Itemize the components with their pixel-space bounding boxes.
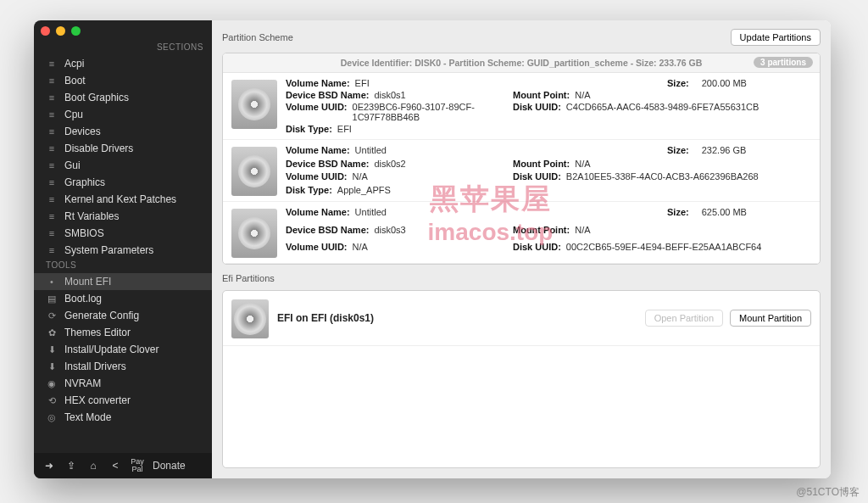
efi-partitions-label: Efi Partitions: [222, 273, 821, 283]
close-icon[interactable]: [41, 26, 50, 36]
sidebar-item-label: Graphics: [64, 176, 105, 188]
list-icon: ≡: [46, 245, 58, 255]
sidebar-item-label: Gui: [64, 159, 81, 171]
list-icon: ⬇: [46, 344, 58, 355]
list-icon: ≡: [46, 75, 58, 86]
efi-partitions-box: EFI on EFI (disk0s1) Open Partition Moun…: [222, 290, 821, 468]
sidebar-item[interactable]: ≡Boot: [34, 72, 212, 89]
tools-header: TOOLS: [34, 259, 212, 273]
sidebar-item[interactable]: ≡Graphics: [34, 174, 212, 191]
sidebar-item[interactable]: ⬇Install/Update Clover: [34, 341, 212, 358]
sidebar-item[interactable]: ✿Themes Editor: [34, 324, 212, 341]
sidebar-item-label: Themes Editor: [64, 327, 131, 338]
list-icon: •: [46, 277, 58, 287]
sidebar-item-label: Mount EFI: [64, 276, 111, 288]
sidebar-item-label: SMBIOS: [64, 227, 104, 239]
disk-meta-text: Device Identifier: DISK0 - Partition Sch…: [341, 58, 703, 68]
sidebar-item-label: Kernel and Kext Patches: [64, 193, 176, 205]
open-partition-button[interactable]: Open Partition: [645, 310, 723, 327]
sidebar-item[interactable]: ⟳Generate Config: [34, 307, 212, 324]
partition-info: Volume Name:Untitled Size: 625.00 MB Dev…: [286, 207, 811, 258]
partition-row[interactable]: Volume Name:EFI Size: 200.00 MB Device B…: [223, 73, 820, 140]
donate-button[interactable]: Donate: [153, 460, 186, 472]
list-icon: ≡: [46, 228, 58, 238]
zoom-icon[interactable]: [71, 26, 81, 36]
update-partitions-button[interactable]: Update Partitions: [731, 29, 821, 46]
sidebar-item[interactable]: ◉NVRAM: [34, 375, 212, 392]
sidebar-item[interactable]: ◎Text Mode: [34, 409, 212, 426]
sidebar-item[interactable]: ⬇Install Drivers: [34, 358, 212, 375]
list-icon: ◉: [46, 378, 58, 389]
sidebar-item-label: Disable Drivers: [64, 143, 133, 154]
export-icon[interactable]: ➜: [42, 460, 56, 472]
efi-partition-row[interactable]: EFI on EFI (disk0s1) Open Partition Moun…: [223, 291, 820, 346]
list-icon: ≡: [46, 59, 58, 69]
main-panel: Partition Scheme Update Partitions Devic…: [212, 20, 831, 478]
partition-scheme-box[interactable]: Device Identifier: DISK0 - Partition Sch…: [222, 53, 821, 265]
list-icon: ≡: [46, 92, 58, 103]
mount-partition-button[interactable]: Mount Partition: [730, 310, 811, 327]
window-controls: [34, 20, 212, 41]
sidebar-item-label: Cpu: [64, 109, 83, 120]
drive-icon: [231, 299, 269, 338]
sections-header: SECTIONS: [34, 41, 212, 55]
sidebar-item[interactable]: ≡Gui: [34, 157, 212, 174]
credits-text: @51CTO博客: [796, 485, 860, 500]
list-icon: ≡: [46, 177, 58, 187]
partition-info: Volume Name:Untitled Size: 232.96 GB Dev…: [286, 145, 811, 196]
sidebar-item[interactable]: ▤Boot.log: [34, 290, 212, 307]
sidebar-item[interactable]: ≡System Parameters: [34, 242, 212, 259]
partition-count-badge: 3 partitions: [754, 57, 813, 68]
disk-meta-bar: Device Identifier: DISK0 - Partition Sch…: [223, 53, 820, 73]
partition-scheme-label: Partition Scheme: [222, 32, 293, 42]
home-icon[interactable]: ⌂: [86, 460, 100, 472]
list-icon: ≡: [46, 211, 58, 221]
list-icon: ≡: [46, 160, 58, 170]
sidebar-item-label: Install Drivers: [64, 360, 126, 372]
sidebar-item-label: Boot Graphics: [64, 92, 129, 103]
list-icon: ⟲: [46, 395, 58, 406]
sidebar: SECTIONS ≡Acpi≡Boot≡Boot Graphics≡Cpu≡De…: [34, 20, 212, 478]
partition-row[interactable]: Volume Name:Untitled Size: 232.96 GB Dev…: [223, 140, 820, 202]
sidebar-item[interactable]: ≡Acpi: [34, 55, 212, 72]
sidebar-item-label: Text Mode: [64, 411, 111, 423]
sidebar-item-label: HEX converter: [64, 394, 131, 406]
list-icon: ≡: [46, 109, 58, 120]
partition-info: Volume Name:EFI Size: 200.00 MB Device B…: [286, 78, 811, 134]
list-icon: ▤: [46, 293, 58, 305]
sidebar-item[interactable]: ≡Devices: [34, 123, 212, 140]
drive-icon: [231, 147, 277, 196]
list-icon: ≡: [46, 194, 58, 204]
list-icon: ≡: [46, 143, 58, 154]
import-icon[interactable]: ⇪: [64, 460, 78, 472]
share-icon[interactable]: <: [108, 460, 122, 472]
sidebar-item-label: System Parameters: [64, 244, 153, 256]
sidebar-item[interactable]: ≡Disable Drivers: [34, 140, 212, 157]
sidebar-item[interactable]: •Mount EFI: [34, 273, 212, 290]
drive-icon: [231, 80, 277, 129]
sidebar-item-label: Rt Variables: [64, 210, 119, 222]
list-icon: ✿: [46, 327, 58, 338]
list-icon: ≡: [46, 126, 58, 137]
sidebar-item-label: Devices: [64, 126, 101, 137]
partition-row[interactable]: Volume Name:Untitled Size: 625.00 MB Dev…: [223, 202, 820, 264]
paypal-icon[interactable]: PayPal: [131, 458, 144, 473]
sidebar-item[interactable]: ≡Kernel and Kext Patches: [34, 191, 212, 208]
sidebar-item-label: Acpi: [64, 58, 84, 70]
sidebar-item-label: Boot: [64, 75, 86, 87]
sidebar-item-label: Generate Config: [64, 310, 139, 321]
list-icon: ◎: [46, 412, 58, 423]
sidebar-item[interactable]: ≡Cpu: [34, 106, 212, 123]
sidebar-item[interactable]: ≡Rt Variables: [34, 208, 212, 225]
drive-icon: [231, 209, 277, 258]
list-icon: ⬇: [46, 361, 58, 372]
sidebar-item[interactable]: ⟲HEX converter: [34, 392, 212, 409]
sidebar-item[interactable]: ≡SMBIOS: [34, 225, 212, 242]
sidebar-item-label: NVRAM: [64, 377, 101, 389]
bottom-toolbar: ➜ ⇪ ⌂ < PayPal Donate: [34, 453, 212, 478]
minimize-icon[interactable]: [56, 26, 65, 36]
sidebar-item[interactable]: ≡Boot Graphics: [34, 89, 212, 106]
app-window: SECTIONS ≡Acpi≡Boot≡Boot Graphics≡Cpu≡De…: [34, 20, 831, 478]
sidebar-item-label: Install/Update Clover: [64, 344, 159, 355]
efi-partition-title: EFI on EFI (disk0s1): [277, 312, 374, 324]
